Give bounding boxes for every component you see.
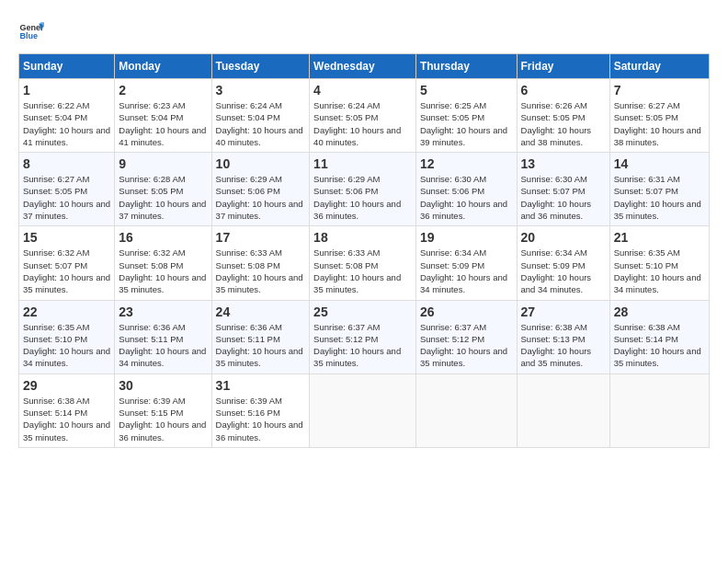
day-info: Sunrise: 6:38 AMSunset: 5:14 PMDaylight:… xyxy=(23,395,110,443)
calendar-cell: 8Sunrise: 6:27 AMSunset: 5:05 PMDaylight… xyxy=(19,153,115,226)
calendar-cell: 23Sunrise: 6:36 AMSunset: 5:11 PMDayligh… xyxy=(115,300,211,373)
day-number: 8 xyxy=(23,156,110,171)
calendar-week-row: 22Sunrise: 6:35 AMSunset: 5:10 PMDayligh… xyxy=(19,300,710,373)
day-number: 11 xyxy=(313,156,412,171)
calendar-week-row: 15Sunrise: 6:32 AMSunset: 5:07 PMDayligh… xyxy=(19,226,710,300)
day-info: Sunrise: 6:35 AMSunset: 5:10 PMDaylight:… xyxy=(614,247,705,295)
day-number: 30 xyxy=(119,378,207,393)
calendar-cell: 22Sunrise: 6:35 AMSunset: 5:10 PMDayligh… xyxy=(19,300,115,373)
day-number: 3 xyxy=(216,83,306,98)
day-number: 9 xyxy=(119,156,207,171)
weekday-header: Wednesday xyxy=(310,54,416,79)
calendar-cell: 10Sunrise: 6:29 AMSunset: 5:06 PMDayligh… xyxy=(211,153,310,226)
day-info: Sunrise: 6:29 AMSunset: 5:06 PMDaylight:… xyxy=(313,173,412,222)
day-number: 29 xyxy=(23,378,110,393)
calendar-cell xyxy=(609,373,709,447)
day-info: Sunrise: 6:36 AMSunset: 5:11 PMDaylight:… xyxy=(119,321,207,370)
calendar-week-row: 29Sunrise: 6:38 AMSunset: 5:14 PMDayligh… xyxy=(19,373,710,447)
day-info: Sunrise: 6:32 AMSunset: 5:08 PMDaylight:… xyxy=(119,247,207,295)
weekday-header: Thursday xyxy=(415,54,517,79)
day-number: 18 xyxy=(313,230,412,245)
calendar-cell: 25Sunrise: 6:37 AMSunset: 5:12 PMDayligh… xyxy=(310,300,416,373)
calendar-body: 1Sunrise: 6:22 AMSunset: 5:04 PMDaylight… xyxy=(19,79,710,448)
calendar-cell: 4Sunrise: 6:24 AMSunset: 5:05 PMDaylight… xyxy=(310,79,416,153)
day-number: 25 xyxy=(313,304,412,319)
calendar-cell: 1Sunrise: 6:22 AMSunset: 5:04 PMDaylight… xyxy=(19,79,115,153)
svg-text:Blue: Blue xyxy=(19,31,38,40)
calendar-cell: 6Sunrise: 6:26 AMSunset: 5:05 PMDaylight… xyxy=(517,79,609,153)
weekday-header: Saturday xyxy=(609,54,709,79)
calendar-cell xyxy=(517,373,609,447)
weekday-header: Monday xyxy=(115,54,211,79)
day-number: 7 xyxy=(614,83,705,98)
calendar-table: SundayMondayTuesdayWednesdayThursdayFrid… xyxy=(18,53,710,448)
calendar-cell: 31Sunrise: 6:39 AMSunset: 5:16 PMDayligh… xyxy=(211,373,310,447)
calendar-cell: 13Sunrise: 6:30 AMSunset: 5:07 PMDayligh… xyxy=(517,153,609,226)
day-info: Sunrise: 6:39 AMSunset: 5:15 PMDaylight:… xyxy=(119,395,207,443)
day-info: Sunrise: 6:34 AMSunset: 5:09 PMDaylight:… xyxy=(420,247,513,295)
day-number: 31 xyxy=(216,378,306,393)
page-header: General Blue xyxy=(18,18,710,44)
calendar-header-row: SundayMondayTuesdayWednesdayThursdayFrid… xyxy=(19,54,710,79)
day-info: Sunrise: 6:37 AMSunset: 5:12 PMDaylight:… xyxy=(313,321,412,370)
day-info: Sunrise: 6:27 AMSunset: 5:05 PMDaylight:… xyxy=(23,173,110,222)
weekday-header: Sunday xyxy=(19,54,115,79)
day-number: 4 xyxy=(313,83,412,98)
logo: General Blue xyxy=(18,18,44,44)
day-number: 10 xyxy=(216,156,306,171)
day-info: Sunrise: 6:23 AMSunset: 5:04 PMDaylight:… xyxy=(119,99,207,148)
calendar-week-row: 1Sunrise: 6:22 AMSunset: 5:04 PMDaylight… xyxy=(19,79,710,153)
calendar-cell: 26Sunrise: 6:37 AMSunset: 5:12 PMDayligh… xyxy=(415,300,517,373)
weekday-header: Tuesday xyxy=(211,54,310,79)
day-info: Sunrise: 6:37 AMSunset: 5:12 PMDaylight:… xyxy=(420,321,513,370)
calendar-cell: 11Sunrise: 6:29 AMSunset: 5:06 PMDayligh… xyxy=(310,153,416,226)
weekday-header: Friday xyxy=(517,54,609,79)
calendar-cell: 21Sunrise: 6:35 AMSunset: 5:10 PMDayligh… xyxy=(609,226,709,300)
day-info: Sunrise: 6:33 AMSunset: 5:08 PMDaylight:… xyxy=(216,247,306,295)
day-info: Sunrise: 6:36 AMSunset: 5:11 PMDaylight:… xyxy=(216,321,306,370)
day-info: Sunrise: 6:24 AMSunset: 5:04 PMDaylight:… xyxy=(216,99,306,148)
day-info: Sunrise: 6:34 AMSunset: 5:09 PMDaylight:… xyxy=(521,247,606,295)
calendar-cell xyxy=(310,373,416,447)
calendar-week-row: 8Sunrise: 6:27 AMSunset: 5:05 PMDaylight… xyxy=(19,153,710,226)
logo-icon: General Blue xyxy=(18,18,44,44)
day-info: Sunrise: 6:32 AMSunset: 5:07 PMDaylight:… xyxy=(23,247,110,295)
day-info: Sunrise: 6:33 AMSunset: 5:08 PMDaylight:… xyxy=(313,247,412,295)
calendar-cell: 5Sunrise: 6:25 AMSunset: 5:05 PMDaylight… xyxy=(415,79,517,153)
calendar-cell: 29Sunrise: 6:38 AMSunset: 5:14 PMDayligh… xyxy=(19,373,115,447)
day-number: 13 xyxy=(521,156,606,171)
day-number: 21 xyxy=(614,230,705,245)
day-info: Sunrise: 6:25 AMSunset: 5:05 PMDaylight:… xyxy=(420,99,513,148)
day-number: 2 xyxy=(119,83,207,98)
calendar-cell: 9Sunrise: 6:28 AMSunset: 5:05 PMDaylight… xyxy=(115,153,211,226)
calendar-cell: 7Sunrise: 6:27 AMSunset: 5:05 PMDaylight… xyxy=(609,79,709,153)
day-number: 27 xyxy=(521,304,606,319)
day-number: 15 xyxy=(23,230,110,245)
calendar-cell xyxy=(415,373,517,447)
day-number: 6 xyxy=(521,83,606,98)
day-number: 23 xyxy=(119,304,207,319)
day-number: 14 xyxy=(614,156,705,171)
day-info: Sunrise: 6:35 AMSunset: 5:10 PMDaylight:… xyxy=(23,321,110,370)
day-info: Sunrise: 6:29 AMSunset: 5:06 PMDaylight:… xyxy=(216,173,306,222)
day-info: Sunrise: 6:26 AMSunset: 5:05 PMDaylight:… xyxy=(521,99,606,148)
calendar-cell: 30Sunrise: 6:39 AMSunset: 5:15 PMDayligh… xyxy=(115,373,211,447)
day-number: 22 xyxy=(23,304,110,319)
day-info: Sunrise: 6:24 AMSunset: 5:05 PMDaylight:… xyxy=(313,99,412,148)
calendar-cell: 15Sunrise: 6:32 AMSunset: 5:07 PMDayligh… xyxy=(19,226,115,300)
day-number: 16 xyxy=(119,230,207,245)
day-info: Sunrise: 6:27 AMSunset: 5:05 PMDaylight:… xyxy=(614,99,705,148)
day-number: 28 xyxy=(614,304,705,319)
calendar-cell: 28Sunrise: 6:38 AMSunset: 5:14 PMDayligh… xyxy=(609,300,709,373)
calendar-cell: 14Sunrise: 6:31 AMSunset: 5:07 PMDayligh… xyxy=(609,153,709,226)
calendar-cell: 2Sunrise: 6:23 AMSunset: 5:04 PMDaylight… xyxy=(115,79,211,153)
day-info: Sunrise: 6:22 AMSunset: 5:04 PMDaylight:… xyxy=(23,99,110,148)
calendar-cell: 16Sunrise: 6:32 AMSunset: 5:08 PMDayligh… xyxy=(115,226,211,300)
calendar-cell: 3Sunrise: 6:24 AMSunset: 5:04 PMDaylight… xyxy=(211,79,310,153)
day-number: 5 xyxy=(420,83,513,98)
calendar-cell: 18Sunrise: 6:33 AMSunset: 5:08 PMDayligh… xyxy=(310,226,416,300)
day-number: 12 xyxy=(420,156,513,171)
calendar-cell: 19Sunrise: 6:34 AMSunset: 5:09 PMDayligh… xyxy=(415,226,517,300)
day-number: 19 xyxy=(420,230,513,245)
calendar-cell: 20Sunrise: 6:34 AMSunset: 5:09 PMDayligh… xyxy=(517,226,609,300)
